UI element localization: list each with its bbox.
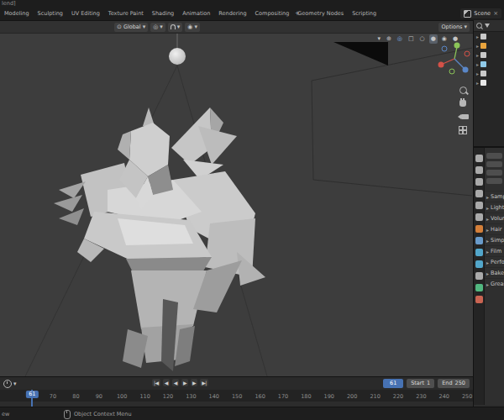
- chevron-right-icon: ▸: [476, 34, 479, 39]
- properties-tab-particles[interactable]: [475, 249, 483, 256]
- properties-tab-material[interactable]: [475, 296, 483, 303]
- properties-tab-modifiers[interactable]: [475, 237, 483, 244]
- light-object[interactable]: [169, 34, 186, 65]
- character-model[interactable]: [54, 108, 265, 371]
- outliner-row[interactable]: ▸: [474, 50, 504, 60]
- properties-section[interactable]: ▸ Light Paths: [485, 202, 504, 213]
- chevron-right-icon: ▸: [486, 260, 489, 265]
- workspace-tab[interactable]: Compositing: [251, 8, 294, 20]
- properties-tab-output[interactable]: [475, 178, 483, 186]
- toggle-ortho-button[interactable]: [457, 124, 469, 136]
- ruler-frame-label: 160: [255, 393, 265, 400]
- chevron-down-icon: ▾: [177, 24, 181, 31]
- jump-to-end-button[interactable]: ▶|: [200, 379, 208, 386]
- properties-widget[interactable]: [486, 161, 502, 167]
- move-view-button[interactable]: [457, 97, 469, 109]
- outliner-row[interactable]: ▸: [474, 32, 504, 41]
- properties-section-label: Performance: [491, 259, 504, 265]
- properties-widget[interactable]: [486, 170, 502, 176]
- outliner-row[interactable]: ▸: [474, 78, 504, 87]
- shading-solid-icon[interactable]: ●: [429, 34, 438, 44]
- chevron-down-icon: ▾: [160, 24, 163, 31]
- navigation-gizmo[interactable]: [438, 43, 470, 75]
- shading-rendered-icon[interactable]: ●: [451, 34, 459, 44]
- ruler-frame-label: 120: [163, 393, 173, 400]
- properties-section[interactable]: ▸ Sampling: [485, 191, 504, 202]
- shading-material-icon[interactable]: ◉: [440, 34, 449, 44]
- options-dropdown[interactable]: Options ▾: [438, 23, 470, 32]
- chevron-right-icon: ▸: [486, 227, 489, 233]
- chevron-right-icon: ▸: [486, 281, 489, 287]
- frame-start-field[interactable]: Start 1: [407, 379, 434, 388]
- properties-tab-object-data[interactable]: [475, 284, 483, 291]
- ruler-frame-label: 70: [50, 393, 56, 400]
- gizmo-toggle-icon[interactable]: ⊕: [385, 34, 393, 44]
- shading-wireframe-icon[interactable]: ○: [418, 34, 427, 44]
- chevron-down-icon: ▾: [13, 381, 17, 388]
- outliner-row[interactable]: ▸: [474, 60, 504, 69]
- object-icon: [480, 61, 486, 67]
- timeline-ruler[interactable]: 7080901001101201301401501601701801902002…: [0, 390, 473, 407]
- camera-view-button[interactable]: [457, 111, 469, 123]
- ruler-frame-label: 190: [324, 393, 334, 400]
- topbar: lend] ModelingSculptingUV EditingTexture…: [0, 0, 504, 20]
- dark-plane-object[interactable]: [333, 42, 388, 66]
- timeline-editor-type-dropdown[interactable]: ▾: [3, 380, 17, 388]
- snap-toggle[interactable]: ▾: [168, 23, 183, 32]
- properties-section-label: Hair: [491, 226, 501, 233]
- workspace-tab[interactable]: Animation: [178, 8, 214, 20]
- scene-selector[interactable]: Scene ×: [460, 8, 501, 18]
- workspace-tab[interactable]: Scripting: [348, 8, 381, 20]
- workspace-tab[interactable]: Modeling: [0, 8, 34, 20]
- properties-tab-render[interactable]: [475, 166, 483, 174]
- properties-widget[interactable]: [486, 153, 502, 159]
- show-object-types-icon[interactable]: ▾: [375, 34, 382, 44]
- object-icon: [480, 43, 486, 49]
- play-button[interactable]: ▶: [181, 379, 188, 386]
- workspace-tab[interactable]: UV Editing: [67, 8, 104, 20]
- transform-orientation-dropdown[interactable]: ⊙ Global ▾: [114, 23, 148, 32]
- overlays-toggle-icon[interactable]: ◎: [396, 34, 404, 44]
- frame-end-field[interactable]: End 250: [438, 379, 470, 388]
- chevron-right-icon: ▸: [486, 270, 489, 276]
- chevron-right-icon: ▸: [486, 216, 489, 222]
- properties-section[interactable]: ▸ Film: [485, 245, 504, 256]
- prev-keyframe-button[interactable]: ◀: [163, 379, 170, 386]
- jump-to-start-button[interactable]: |◀: [152, 379, 160, 386]
- properties-tab-view-layer[interactable]: [475, 190, 483, 197]
- 3d-viewport[interactable]: ▾⊕◎□○●◉●: [0, 34, 473, 376]
- properties-section[interactable]: ▸ Grease Pencil: [485, 278, 504, 289]
- properties-tab-scene[interactable]: [475, 202, 483, 209]
- properties-tab-world[interactable]: [475, 213, 483, 221]
- properties-section[interactable]: ▸ Volumes: [485, 213, 504, 223]
- filter-icon[interactable]: [485, 24, 490, 28]
- current-frame-field[interactable]: 61: [383, 379, 403, 388]
- workspace-tab[interactable]: Sculpting: [34, 8, 67, 20]
- outliner-row[interactable]: ▸: [474, 69, 504, 78]
- object-icon: [480, 52, 486, 58]
- outliner-row[interactable]: ▸: [474, 41, 504, 50]
- properties-section[interactable]: ▸ Hair: [485, 223, 504, 234]
- next-keyframe-button[interactable]: ▶: [191, 379, 197, 386]
- workspace-tab[interactable]: Texture Paint: [104, 8, 148, 20]
- properties-tab-physics[interactable]: [475, 260, 483, 268]
- proportional-edit-toggle[interactable]: ◉ ▾: [185, 23, 200, 32]
- properties-tab-object[interactable]: [475, 225, 483, 233]
- blender-window: { "topbar": { "window_title_fragment": "…: [0, 0, 504, 420]
- workspace-tab[interactable]: Rendering: [214, 8, 250, 20]
- add-workspace-button[interactable]: +: [291, 8, 304, 20]
- workspace-tab[interactable]: Shading: [148, 8, 178, 20]
- properties-tab-tool[interactable]: [475, 155, 483, 162]
- properties-section[interactable]: ▸ Simplify: [485, 234, 504, 245]
- properties-section[interactable]: ▸ Bake: [485, 267, 504, 278]
- properties-tab-constraints[interactable]: [475, 272, 483, 280]
- properties-widget[interactable]: [486, 178, 502, 184]
- ruler-frame-label: 130: [186, 393, 196, 400]
- properties-section[interactable]: ▸ Performance: [485, 256, 504, 267]
- play-reverse-button[interactable]: ◀: [172, 379, 179, 386]
- zoom-button[interactable]: [457, 84, 469, 96]
- scene-unlink-icon[interactable]: ×: [493, 10, 498, 17]
- pivot-point-dropdown[interactable]: ◎ ▾: [150, 23, 165, 32]
- xray-toggle-icon[interactable]: □: [407, 34, 416, 44]
- search-icon[interactable]: [476, 23, 482, 29]
